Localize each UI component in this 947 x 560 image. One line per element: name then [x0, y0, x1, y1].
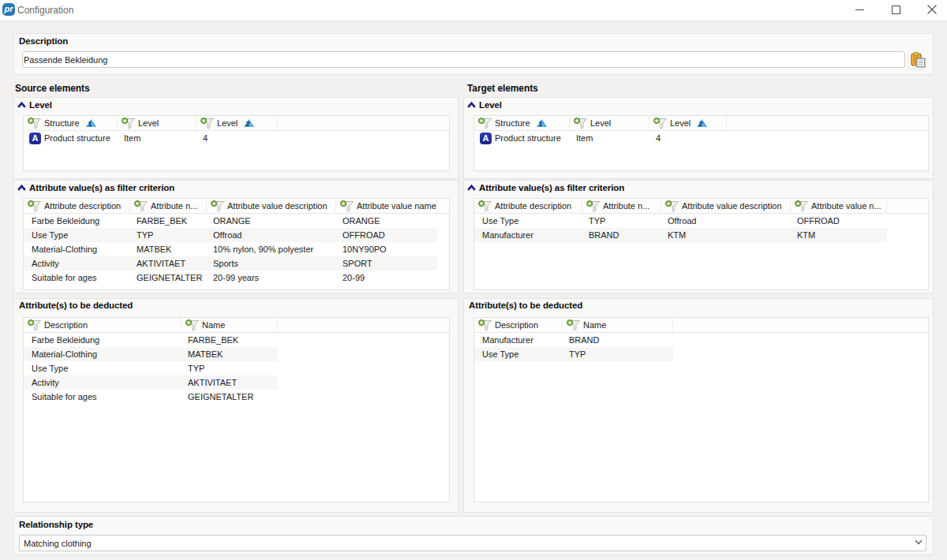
svg-text:1: 1 [538, 119, 543, 127]
svg-text:2: 2 [246, 119, 250, 127]
svg-text:1: 1 [88, 119, 92, 127]
svg-text:2: 2 [699, 119, 703, 127]
